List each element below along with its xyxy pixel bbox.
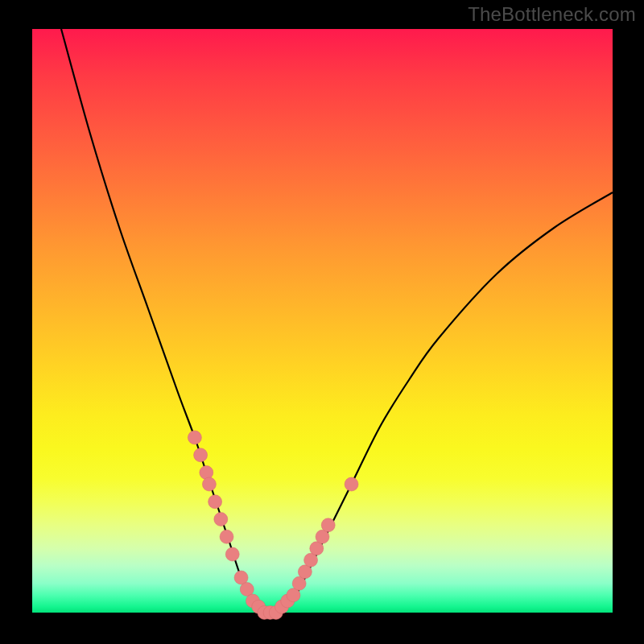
bottleneck-curve <box>61 29 613 613</box>
sample-point <box>194 448 208 462</box>
sample-point <box>214 513 228 526</box>
chart-frame: TheBottleneck.com <box>0 0 644 644</box>
watermark-text: TheBottleneck.com <box>468 3 636 26</box>
chart-svg <box>0 0 644 644</box>
sample-point <box>321 518 335 532</box>
sample-point <box>345 477 358 491</box>
sample-point <box>220 530 233 543</box>
sample-point <box>225 547 239 561</box>
sample-point <box>188 431 201 444</box>
sample-point <box>208 495 222 509</box>
sample-point <box>202 477 216 491</box>
sample-point <box>200 466 213 480</box>
